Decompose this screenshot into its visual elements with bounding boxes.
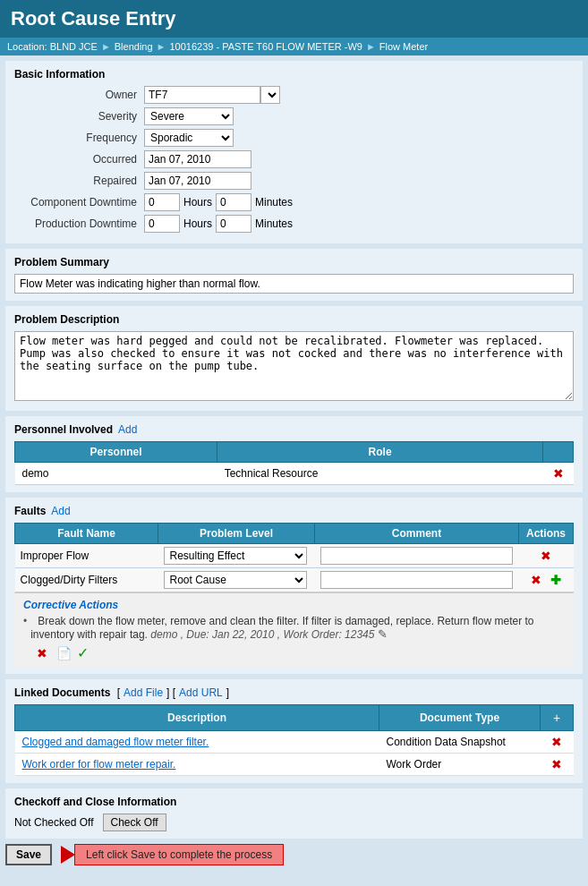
doc-remove-cell: ✖ [541,731,574,754]
severity-select[interactable]: Severe Minor Moderate Critical [144,107,234,125]
breadcrumb: Location: BLND JCE ► Blending ► 10016239… [0,38,588,55]
personnel-section: Personnel Involved Add Personnel Role de… [5,416,583,492]
linked-doc-add-btn[interactable]: + [548,709,566,727]
fault-level-cell: Resulting EffectRoot CauseContributing F… [158,568,315,592]
col-role: Role [217,442,543,463]
fault-add-icon[interactable]: ✚ [548,572,564,588]
personnel-role: Technical Resource [217,463,543,485]
page-title: Root Cause Entry [0,0,588,38]
problem-summary-section: Problem Summary [5,249,583,301]
add-url-link[interactable]: Add URL [179,686,223,699]
repaired-row: Repaired [14,172,574,190]
save-arrow-icon [61,846,75,864]
frequency-select[interactable]: Sporadic Intermittent Constant [144,129,234,147]
corrective-action-meta: demo , Due: Jan 22, 2010 , Work Order: 1… [150,628,374,641]
fault-comment-input[interactable] [320,571,514,589]
checkoff-status: Not Checked Off [14,816,94,829]
prod-downtime-label: Production Downtime [14,217,144,230]
save-hint: Left click Save to complete the process [74,844,284,865]
problem-description-title: Problem Description [14,313,574,326]
personnel-row: demo Technical Resource ✖ [15,463,574,485]
fault-actions-cell: ✖ ✚ [518,568,573,592]
problem-summary-input[interactable] [14,274,574,294]
comp-minutes-input[interactable] [216,193,251,211]
fault-level-select[interactable]: Resulting EffectRoot CauseContributing F… [164,547,307,565]
fault-comment-cell [315,544,519,568]
repaired-label: Repaired [14,175,144,187]
col-description: Description [15,705,379,731]
fault-comment-cell [315,568,519,592]
checkoff-title: Checkoff and Close Information [14,796,574,808]
linked-doc-row: Work order for flow meter repair. Work O… [15,754,574,776]
faults-section: Faults Add Fault Name Problem Level Comm… [5,498,583,674]
personnel-remove-cell: ✖ [543,463,574,485]
occurred-row: Occurred [14,150,574,168]
personnel-add-link[interactable]: Add [118,423,137,436]
col-doc-type: Document Type [379,705,541,731]
frequency-label: Frequency [14,132,144,144]
doc-remove-icon[interactable]: ✖ [549,734,565,750]
severity-label: Severity [14,110,144,123]
comp-downtime-row: Component Downtime Hours Minutes [14,193,574,211]
doc-type: Work Order [379,754,541,776]
occurred-label: Occurred [14,153,144,166]
fault-row: Improper Flow Resulting EffectRoot Cause… [15,544,574,568]
col-doc-action: + [541,705,574,731]
col-action-personnel [543,442,574,463]
prod-minutes-input[interactable] [216,215,251,233]
personnel-remove-icon[interactable]: ✖ [550,465,567,481]
fault-row: Clogged/Dirty Filters Resulting EffectRo… [15,568,574,592]
linked-doc-row: Clogged and damaged flow meter filter. C… [15,731,574,754]
faults-add-link[interactable]: Add [51,505,70,517]
basic-info-title: Basic Information [14,68,574,81]
col-personnel: Personnel [15,442,217,463]
corrective-actions-section: Corrective Actions • Break down the flow… [14,592,574,667]
comp-hours-input[interactable] [144,193,180,211]
linked-docs-section: Linked Documents [ Add File ] [ Add URL … [5,679,583,783]
problem-description-section: Problem Description [5,306,583,411]
fault-name: Improper Flow [15,544,158,568]
personnel-name: demo [15,463,217,485]
linked-docs-table: Description Document Type + Clogged and … [14,704,574,776]
fault-actions-cell: ✖ [518,544,573,568]
owner-dropdown[interactable]: ▾ [260,86,280,104]
corrective-remove-icon[interactable]: ✖ [34,645,50,661]
corrective-edit-btn[interactable]: 📄 [55,645,72,661]
fault-remove-icon[interactable]: ✖ [538,548,554,564]
col-problem-level: Problem Level [158,524,315,544]
personnel-table: Personnel Role demo Technical Resource ✖ [14,441,574,485]
corrective-edit-icon[interactable]: ✎ [378,627,388,641]
owner-label: Owner [14,89,144,101]
comp-downtime-label: Component Downtime [14,196,144,209]
doc-type: Condition Data Snapshot [379,731,541,754]
prod-hours-input[interactable] [144,215,180,233]
owner-row: Owner ▾ [14,86,574,104]
doc-remove-cell: ✖ [541,754,574,776]
fault-comment-input[interactable] [320,547,514,565]
save-button[interactable]: Save [5,844,52,865]
personnel-title: Personnel Involved [14,423,113,436]
repaired-input[interactable] [144,172,251,190]
checkoff-button[interactable]: Check Off [103,814,166,831]
linked-docs-title: Linked Documents [14,686,110,699]
add-file-link[interactable]: Add File [124,686,163,699]
problem-summary-title: Problem Summary [14,256,574,268]
doc-description: Clogged and damaged flow meter filter. [15,731,379,754]
doc-description-link[interactable]: Work order for flow meter repair. [22,758,176,771]
problem-description-textarea[interactable] [14,331,574,401]
checkoff-section: Checkoff and Close Information Not Check… [5,788,583,839]
faults-title: Faults [14,505,46,517]
doc-remove-icon[interactable]: ✖ [549,756,565,772]
corrective-check-icon[interactable]: ✓ [77,644,89,661]
fault-level-select[interactable]: Resulting EffectRoot CauseContributing F… [164,571,307,589]
frequency-row: Frequency Sporadic Intermittent Constant [14,129,574,147]
occurred-input[interactable] [144,150,251,168]
owner-input[interactable] [144,86,260,104]
save-row: Save Left click Save to complete the pro… [5,844,583,865]
fault-remove-icon[interactable]: ✖ [528,572,544,588]
doc-description-link[interactable]: Clogged and damaged flow meter filter. [22,736,209,748]
col-fault-name: Fault Name [15,524,158,544]
corrective-actions-link[interactable]: Corrective Actions [23,599,118,611]
col-comment: Comment [315,524,519,544]
col-actions: Actions [518,524,573,544]
